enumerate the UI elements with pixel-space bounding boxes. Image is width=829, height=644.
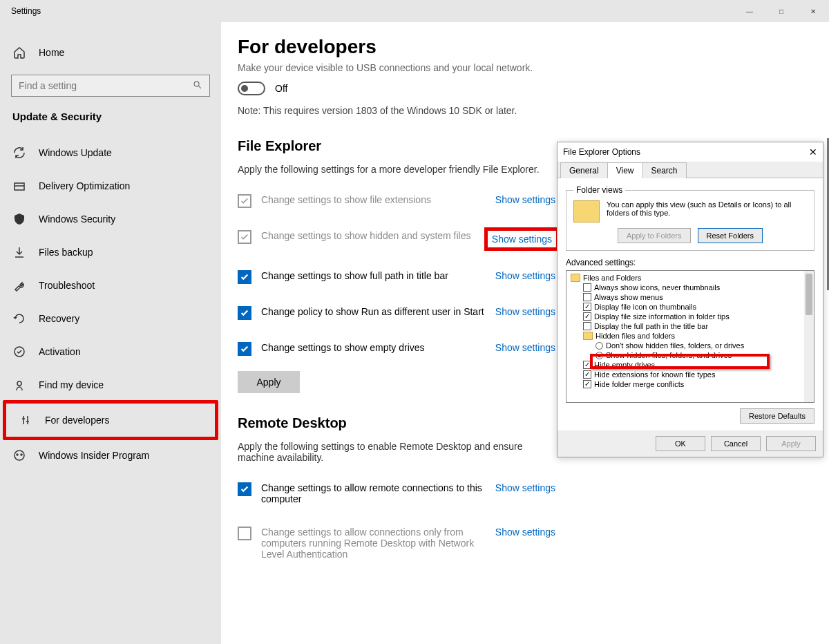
home-icon [12,46,26,59]
sidebar-item-windows-insider[interactable]: Windows Insider Program [0,439,221,472]
sidebar-item-find-my-device[interactable]: Find my device [0,368,221,401]
wrench-icon [12,278,26,292]
show-settings-link[interactable]: Show settings [495,306,555,317]
tree-root: Files and Folders [583,274,641,282]
checkbox[interactable] [238,194,251,208]
sidebar-item-troubleshoot[interactable]: Troubleshoot [0,269,221,302]
tree-checkbox[interactable] [583,283,591,292]
setting-row: Change settings to allow remote connecti… [238,471,555,515]
tree-item[interactable]: Always show menus [583,292,814,302]
tree-checkbox[interactable] [583,303,591,311]
show-settings-link[interactable]: Show settings [495,194,555,205]
search-field[interactable] [19,80,193,91]
setting-label: Change settings to allow remote connecti… [261,482,486,504]
folder-views-legend: Folder views [573,185,625,195]
apply-button[interactable]: Apply [238,371,300,393]
tab-search[interactable]: Search [642,162,687,178]
advanced-settings-tree[interactable]: Files and Folders Always show icons, nev… [566,270,814,403]
tree-checkbox[interactable] [583,312,591,321]
tab-general[interactable]: General [560,162,608,178]
tree-item[interactable]: Display file size information in folder … [583,312,814,321]
file-explorer-options-dialog: File Explorer Options ✕ General View Sea… [557,142,823,457]
tree-checkbox[interactable] [583,361,591,369]
checkbox[interactable] [238,230,251,244]
sidebar-item-label: Activation [39,346,81,357]
setting-label: Change settings to show file extensions [261,194,486,205]
dialog-close-button[interactable]: ✕ [809,146,817,158]
sidebar-item-activation[interactable]: Activation [0,335,221,368]
sidebar-item-label: Troubleshoot [39,280,95,291]
sidebar-item-delivery-optimization[interactable]: Delivery Optimization [0,169,221,202]
dialog-apply-button[interactable]: Apply [766,436,816,451]
tree-item[interactable]: Hide extensions for known file types [583,370,814,379]
sidebar-item-for-developers[interactable]: For developers [6,404,215,437]
checkbox[interactable] [238,527,251,540]
show-settings-link[interactable]: Show settings [495,342,555,353]
refresh-icon [12,146,26,160]
ok-button[interactable]: OK [656,436,705,451]
sidebar-home-label: Home [39,47,64,58]
folder-icon [573,200,600,222]
apply-to-folders-button[interactable]: Apply to Folders [618,228,690,243]
backup-icon [12,245,26,259]
tree-checkbox[interactable] [583,322,591,330]
checkbox[interactable] [238,482,251,496]
sidebar-item-windows-security[interactable]: Windows Security [0,202,221,236]
setting-label: Change settings to allow connections onl… [261,527,486,560]
tree-item-label: Hide extensions for known file types [594,370,715,379]
search-icon [193,80,202,92]
tree-radio[interactable] [595,342,603,350]
tree-item[interactable]: Don't show hidden files, folders, or dri… [583,341,814,350]
advanced-settings-label: Advanced settings: [566,258,814,267]
show-settings-link[interactable]: Show settings [495,270,555,281]
tree-item[interactable]: Hide folder merge conflicts [583,379,814,389]
tree-item-label: Don't show hidden files, folders, or dri… [606,341,744,350]
tree-item[interactable]: Always show icons, never thumbnails [583,283,814,292]
search-input[interactable] [11,75,210,97]
sidebar-item-label: Files backup [39,247,93,258]
device-discovery-toggle[interactable] [238,82,265,95]
show-settings-link[interactable]: Show settings [495,527,555,538]
reset-folders-button[interactable]: Reset Folders [698,228,763,243]
tree-checkbox[interactable] [583,370,591,379]
sidebar-item-windows-update[interactable]: Windows Update [0,136,221,169]
tree-checkbox[interactable] [583,380,591,388]
svg-point-6 [21,454,22,455]
svg-point-3 [17,381,21,386]
checkbox[interactable] [238,306,251,320]
tree-scrollbar[interactable] [804,271,814,402]
window-title: Settings [11,6,41,16]
sidebar-item-label: Find my device [39,379,104,390]
restore-defaults-button[interactable]: Restore Defaults [740,408,814,424]
checkbox[interactable] [238,342,251,356]
tree-checkbox[interactable] [583,293,591,301]
setting-label: Change policy to show Run as different u… [261,306,486,317]
tree-item[interactable]: Display file icon on thumbnails [583,302,814,312]
close-button[interactable]: ✕ [797,0,829,22]
maximize-button[interactable]: □ [765,0,797,22]
titlebar: Settings — □ ✕ [0,0,829,22]
setting-row: Change settings to show full path in tit… [238,259,555,295]
svg-rect-1 [15,183,24,190]
tree-item[interactable]: Hide empty drives [583,360,814,370]
show-settings-link[interactable]: Show settings [495,482,555,493]
toggle-label: Off [275,83,287,94]
tree-item[interactable]: Display the full path in the title bar [583,321,814,331]
setting-label: Change settings to show full path in tit… [261,270,486,281]
cancel-button[interactable]: Cancel [711,436,761,451]
recovery-icon [12,312,26,325]
tab-view[interactable]: View [607,162,643,178]
setting-row: Change settings to show file extensions … [238,183,555,219]
tree-item[interactable]: Hidden files and folders [583,331,814,341]
tree-item-label: Show hidden files, folders, and drives [606,351,732,359]
sidebar-item-files-backup[interactable]: Files backup [0,236,221,269]
sidebar-home[interactable]: Home [0,36,221,69]
show-settings-link[interactable]: Show settings [492,234,552,245]
tree-radio[interactable] [595,352,603,359]
tree-item[interactable]: Show hidden files, folders, and drives [583,350,814,360]
minimize-button[interactable]: — [734,0,765,22]
sidebar-item-recovery[interactable]: Recovery [0,302,221,335]
checkbox[interactable] [238,270,251,284]
dialog-title: File Explorer Options [563,147,640,157]
folder-icon [571,274,580,282]
